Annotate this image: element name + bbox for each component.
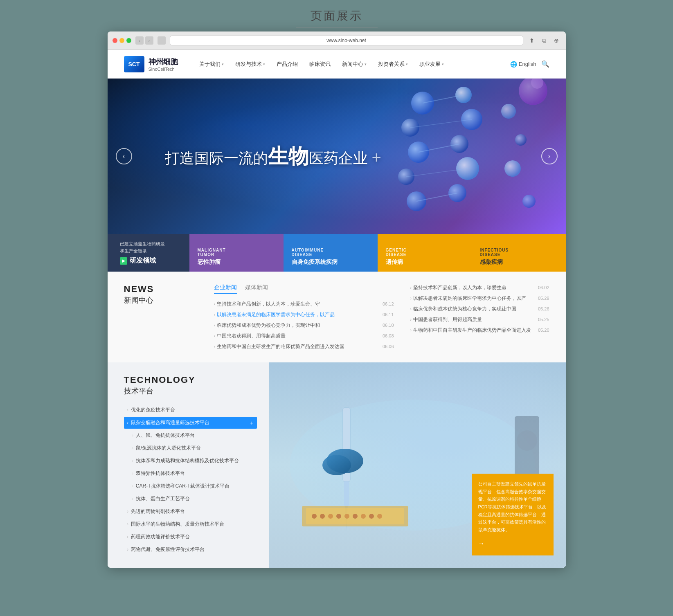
domain-cn-label: 感染疾病 (480, 259, 558, 266)
search-button[interactable]: 🔍 (541, 60, 549, 68)
nav-item-investor[interactable]: 投资者关系 ▾ (373, 57, 413, 71)
news-tab-media[interactable]: 媒体新闻 (245, 284, 268, 294)
tech-item-label: 抗体、蛋白生产工艺平台 (136, 495, 190, 502)
hero-banner: 打造国际一流的生物医药企业+ ‹ › (108, 79, 566, 234)
tech-item-label: 人、鼠、兔抗抗体技术平台 (136, 432, 195, 439)
news-date: 06.06 (383, 343, 394, 350)
news-col2: › 坚持技术和产品创新，以人为本，珍爱生命 06.02 › 以解决患者未满足的临… (410, 284, 549, 350)
tech-list-item[interactable]: › 抗体、蛋白生产工艺平台 (124, 493, 257, 505)
news-date: 06.11 (383, 311, 394, 318)
domain-cn-label: 自身免疫系统疾病 (292, 259, 369, 266)
extensions-button[interactable]: ⊕ (552, 36, 561, 45)
news-item[interactable]: › 临床优势和成本优势为核心竞争力，实现让中和 06.10 (214, 321, 394, 329)
news-item-text: 生物药和中国自主研发生产的临床优势产品全面进入发 (413, 326, 531, 334)
news-tab-enterprise[interactable]: 企业新闻 (214, 284, 237, 294)
arrow-icon: › (214, 344, 215, 350)
news-item[interactable]: › 坚持技术和产品创新，以人为本，珍爱生命 06.02 (410, 284, 549, 291)
svg-point-31 (328, 514, 333, 519)
tech-list-item[interactable]: › 先进的药物制剂技术平台 (124, 506, 257, 517)
page-title: 页面展示 (0, 8, 673, 24)
tech-item-label: 鼠杂交瘤融合和高通量筛选技术平台 (131, 419, 209, 426)
tech-item-label: 药物代谢、免疫原性评价技术平台 (131, 546, 205, 553)
news-item-text: 中国患者获得到、用得超高质量 (217, 332, 286, 339)
tech-list-item[interactable]: › 双特异性抗体技术平台 (124, 468, 257, 479)
tech-item-label: 先进的药物制剂技术平台 (131, 508, 185, 515)
domain-en-label: MALIGNANTTUMOR (198, 248, 275, 257)
hero-prev-button[interactable]: ‹ (116, 148, 132, 164)
hero-title-prefix: 打造国际一流的 (165, 150, 268, 166)
tech-item-label: 药理药效功能评价技术平台 (131, 533, 190, 540)
tech-list-item[interactable]: › 优化的免疫技术平台 (124, 404, 257, 416)
news-item[interactable]: › 生物药和中国自主研发生产的临床优势产品全面进入发达国 06.06 (214, 343, 394, 350)
tech-list: › 优化的免疫技术平台 › 鼠杂交瘤融合和高通量筛选技术平台 + › 人、鼠、兔… (124, 404, 257, 555)
tech-list-item[interactable]: › 药理药效功能评价技术平台 (124, 531, 257, 543)
svg-point-34 (353, 514, 358, 519)
logo-text: 神州细胞 SinoCellTech (149, 57, 178, 72)
dot-red[interactable] (113, 38, 117, 43)
duplicate-button[interactable]: ⧉ (540, 36, 549, 45)
svg-point-26 (322, 455, 351, 475)
news-tabs-container: 企业新闻 媒体新闻 › 坚持技术和产品创新，以人为本，珍爱生命、守 06.12 … (214, 284, 394, 350)
navbar: SCT 神州细胞 SinoCellTech 关于我们 ▾ 研发与技术 ▾ 产品介… (108, 50, 566, 79)
forward-button[interactable]: › (145, 36, 153, 45)
share-button[interactable]: ⬆ (527, 36, 536, 45)
arrow-icon: › (132, 484, 133, 488)
nav-right: 🌐 English 🔍 (510, 60, 549, 68)
arrow-icon: › (410, 295, 412, 301)
svg-point-33 (344, 514, 349, 519)
news-item[interactable]: › 生物药和中国自主研发生产的临床优势产品全面进入发 05.20 (410, 326, 549, 334)
arrow-icon: › (214, 333, 215, 339)
arrow-icon: › (127, 408, 128, 412)
tech-item-label: 鼠/兔源抗体的人源化技术平台 (136, 445, 201, 452)
tech-list-item[interactable]: › 抗体亲和力成熟和抗体结构模拟及优化技术平台 (124, 455, 257, 467)
tech-item-label: 国际水平的生物药结构、质量分析技术平台 (131, 521, 224, 528)
domain-cn-label: 遗传病 (386, 259, 464, 266)
dot-green[interactable] (126, 38, 131, 43)
tech-list-item[interactable]: › 人、鼠、兔抗抗体技术平台 (124, 429, 257, 441)
domain-malignant-tumor[interactable]: MALIGNANTTUMOR 恶性肿瘤 (189, 234, 284, 272)
tech-list-item[interactable]: › CAR-T抗体筛选和CAR-T载体设计技术平台 (124, 480, 257, 492)
domain-autoimmune[interactable]: AUTOIMMUNEDISEASE 自身免疫系统疾病 (284, 234, 378, 272)
globe-icon: 🌐 (510, 61, 517, 67)
tech-info-arrow[interactable]: → (478, 538, 547, 549)
news-item[interactable]: › 临床优势和成本优势为核心竞争力，实现让中国 05.26 (410, 305, 549, 312)
language-button[interactable]: 🌐 English (510, 61, 536, 67)
domain-genetic[interactable]: GENETICDISEASE 遗传病 (378, 234, 472, 272)
address-bar[interactable]: www.sino-web.net (170, 36, 523, 45)
tech-list-item[interactable]: › 鼠/兔源抗体的人源化技术平台 (124, 442, 257, 454)
nav-item-careers[interactable]: 职业发展 ▾ (414, 57, 449, 71)
tech-list-item[interactable]: › 药物代谢、免疫原性评价技术平台 (124, 544, 257, 555)
domain-en-label: AUTOIMMUNEDISEASE (292, 248, 369, 257)
tech-list-item-active[interactable]: › 鼠杂交瘤融合和高通量筛选技术平台 + (124, 417, 257, 429)
logo-area: SCT 神州细胞 SinoCellTech (124, 56, 178, 72)
nav-item-news[interactable]: 新闻中心 ▾ (337, 57, 371, 71)
hero-next-button[interactable]: › (541, 148, 558, 164)
chevron-down-icon: ▾ (365, 62, 367, 66)
news-date: 05.29 (538, 295, 549, 302)
research-domains: MALIGNANTTUMOR 恶性肿瘤 AUTOIMMUNEDISEASE 自身… (189, 234, 566, 272)
domain-en-label: INFECTIOUSDISEASE (480, 248, 558, 257)
nav-item-clinical[interactable]: 临床资讯 (304, 57, 335, 71)
arrow-icon: › (127, 535, 128, 539)
tech-lab-image: 公司自主研发建立领先的鼠单抗发现平台，包含高融合效率杂交瘤交量、抗原调谐的特异性… (269, 362, 566, 568)
news-item[interactable]: › 中国患者获得到、用得超高质量 06.08 (214, 332, 394, 339)
news-item[interactable]: › 以解决患者未满足的临床医学需求为中心任务，以严 05.29 (410, 295, 549, 302)
dot-yellow[interactable] (119, 38, 124, 43)
tech-item-label: 优化的免疫技术平台 (131, 407, 175, 414)
news-item[interactable]: › 坚持技术和产品创新，以人为本，珍爱生命、守 06.12 (214, 300, 394, 308)
news-item-text: 以解决患者未满足的临床医学需求为中心任务，以严 (413, 295, 526, 302)
nav-item-rd[interactable]: 研发与技术 ▾ (230, 57, 270, 71)
nav-item-about[interactable]: 关于我们 ▾ (194, 57, 229, 71)
news-item[interactable]: › 以解决患者未满足的临床医学需求为中心任务，以产品 06.11 (214, 311, 394, 318)
plus-icon: + (250, 420, 253, 426)
domain-infectious[interactable]: INFECTIOUSDISEASE 感染疾病 (472, 234, 566, 272)
arrow-icon: › (214, 322, 215, 328)
news-label-cn: 新闻中心 (124, 295, 198, 305)
chevron-down-icon: ▾ (222, 62, 224, 66)
news-item[interactable]: › 中国患者获得到、用得超高质量 05.25 (410, 316, 549, 323)
arrow-icon: › (132, 446, 133, 450)
logo-en: SinoCellTech (149, 67, 178, 72)
tech-list-item[interactable]: › 国际水平的生物药结构、质量分析技术平台 (124, 518, 257, 530)
back-button[interactable]: ‹ (135, 36, 144, 45)
nav-item-products[interactable]: 产品介绍 (272, 57, 303, 71)
